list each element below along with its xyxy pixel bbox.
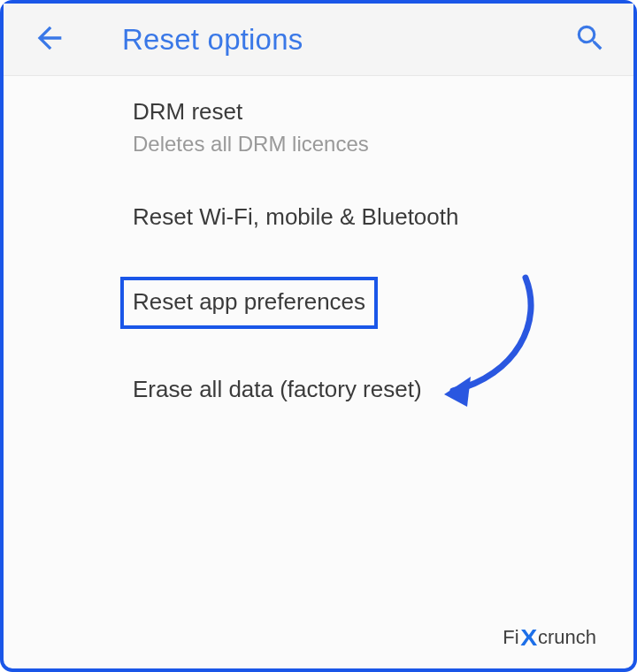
- search-button[interactable]: [573, 21, 607, 58]
- item-reset-wifi-mobile-bluetooth[interactable]: Reset Wi-Fi, mobile & Bluetooth: [133, 202, 598, 232]
- watermark: Fi X crunch: [503, 623, 596, 651]
- annotation-arrow-icon: [428, 269, 561, 419]
- watermark-text-pre: Fi: [503, 626, 518, 649]
- toolbar: Reset options: [4, 4, 633, 76]
- page-title: Reset options: [122, 23, 573, 57]
- annotation-highlight: Reset app preferences: [120, 277, 378, 329]
- search-icon: [573, 21, 607, 55]
- watermark-x-icon: X: [520, 624, 537, 652]
- back-button[interactable]: [32, 20, 67, 59]
- item-title: Reset app preferences: [133, 287, 365, 317]
- item-reset-app-preferences[interactable]: Reset app preferences: [133, 287, 365, 317]
- item-title: DRM reset: [133, 97, 598, 126]
- app-frame: Reset options DRM reset Deletes all DRM …: [0, 0, 637, 672]
- item-drm-reset[interactable]: DRM reset Deletes all DRM licences: [133, 97, 598, 157]
- arrow-back-icon: [32, 20, 67, 56]
- item-title: Reset Wi-Fi, mobile & Bluetooth: [133, 202, 598, 232]
- item-subtitle: Deletes all DRM licences: [133, 132, 598, 157]
- watermark-text-post: crunch: [538, 626, 596, 649]
